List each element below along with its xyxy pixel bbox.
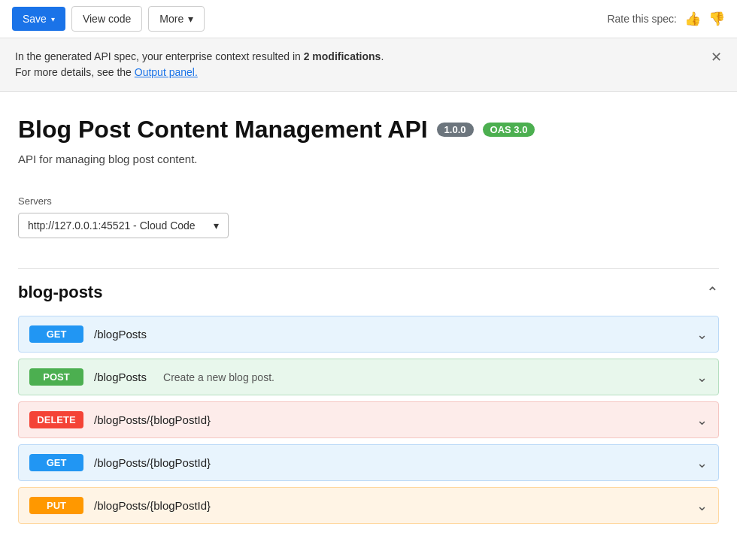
view-code-label: View code	[83, 13, 131, 25]
endpoint-path: /blogPosts	[94, 328, 147, 341]
output-panel-link[interactable]: Output panel.	[135, 66, 198, 78]
servers-dropdown[interactable]: http://127.0.0.1:45521 - Cloud Code ▾	[18, 213, 229, 238]
endpoint-row[interactable]: GET /blogPosts ⌄	[18, 316, 719, 353]
endpoint-row-left: DELETE /blogPosts/{blogPostId}	[29, 411, 211, 428]
endpoint-path: /blogPosts	[94, 371, 147, 383]
endpoint-expand-icon: ⌄	[696, 412, 708, 428]
endpoint-row[interactable]: PUT /blogPosts/{blogPostId} ⌄	[18, 487, 719, 524]
save-chevron-icon: ▾	[51, 15, 55, 23]
view-code-button[interactable]: View code	[71, 6, 142, 32]
servers-label: Servers	[18, 195, 719, 207]
endpoint-expand-icon: ⌄	[696, 455, 708, 471]
endpoint-path: /blogPosts/{blogPostId}	[94, 413, 211, 426]
endpoint-row-left: GET /blogPosts	[29, 325, 147, 343]
oas-badge: OAS 3.0	[483, 123, 535, 137]
banner-prefix: In the generated API spec, your enterpri…	[15, 50, 304, 62]
group-title: blog-posts	[18, 283, 102, 302]
api-title: Blog Post Content Management API	[18, 116, 428, 144]
banner-text: In the generated API spec, your enterpri…	[15, 49, 384, 80]
method-badge-get: GET	[29, 325, 83, 343]
servers-chevron-icon: ▾	[214, 219, 219, 232]
endpoint-row[interactable]: DELETE /blogPosts/{blogPostId} ⌄	[18, 401, 719, 438]
api-description: API for managing blog post content.	[18, 153, 719, 165]
method-badge-delete: DELETE	[29, 411, 83, 428]
version-badge: 1.0.0	[437, 123, 474, 137]
thumbs-down-icon[interactable]: 👎	[708, 11, 725, 27]
servers-section: Servers http://127.0.0.1:45521 - Cloud C…	[18, 195, 719, 238]
more-button[interactable]: More ▾	[148, 6, 205, 32]
endpoint-path: /blogPosts/{blogPostId}	[94, 499, 211, 512]
rate-section: Rate this spec: 👍 👎	[607, 11, 725, 27]
thumbs-up-icon[interactable]: 👍	[684, 11, 701, 27]
banner-details-prefix: For more details, see the	[15, 66, 135, 78]
main-content: Blog Post Content Management API 1.0.0 O…	[0, 92, 737, 548]
rate-label: Rate this spec:	[607, 13, 677, 25]
endpoint-expand-icon: ⌄	[696, 369, 708, 386]
group-header-blog-posts[interactable]: blog-posts ⌃	[18, 269, 719, 316]
endpoint-row[interactable]: POST /blogPosts Create a new blog post. …	[18, 359, 719, 395]
endpoint-row[interactable]: GET /blogPosts/{blogPostId} ⌄	[18, 444, 719, 481]
banner-modifications: 2 modifications	[304, 50, 381, 62]
endpoint-group-blog-posts: blog-posts ⌃ GET /blogPosts ⌄ POST /blog…	[18, 268, 719, 524]
endpoint-row-left: POST /blogPosts Create a new blog post.	[29, 368, 274, 386]
endpoint-expand-icon: ⌄	[696, 498, 708, 514]
endpoint-row-left: GET /blogPosts/{blogPostId}	[29, 454, 211, 471]
api-title-row: Blog Post Content Management API 1.0.0 O…	[18, 116, 719, 144]
method-badge-post: POST	[29, 368, 83, 386]
method-badge-get: GET	[29, 454, 83, 471]
save-label: Save	[23, 13, 47, 25]
servers-selected-value: http://127.0.0.1:45521 - Cloud Code	[28, 219, 196, 232]
more-chevron-icon: ▾	[188, 13, 193, 25]
endpoint-summary: Create a new blog post.	[163, 371, 274, 383]
toolbar: Save ▾ View code More ▾ Rate this spec: …	[0, 0, 737, 38]
endpoint-groups: blog-posts ⌃ GET /blogPosts ⌄ POST /blog…	[18, 268, 719, 524]
endpoint-path: /blogPosts/{blogPostId}	[94, 456, 211, 469]
endpoint-expand-icon: ⌄	[696, 326, 708, 343]
banner-close-button[interactable]: ✕	[711, 49, 722, 65]
method-badge-put: PUT	[29, 497, 83, 514]
endpoint-row-left: PUT /blogPosts/{blogPostId}	[29, 497, 211, 514]
more-label: More	[159, 13, 183, 25]
notification-banner: In the generated API spec, your enterpri…	[0, 38, 737, 92]
banner-suffix: .	[381, 50, 384, 62]
group-collapse-icon: ⌃	[706, 283, 719, 301]
save-button[interactable]: Save ▾	[12, 7, 65, 31]
